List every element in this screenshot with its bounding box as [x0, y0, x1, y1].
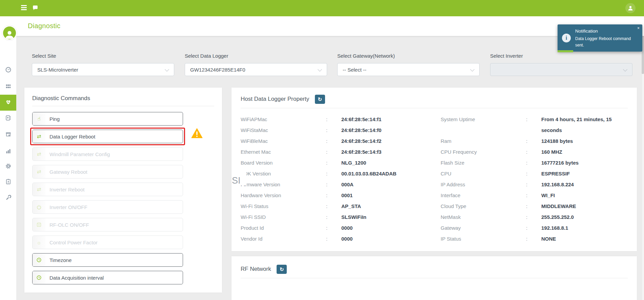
- diagnostic-commands-panel: Diagnostic Commands ☝ Ping⇄ Data Logger …: [24, 88, 222, 293]
- property-row-wi-fi-ssid: Wi-Fi SSID:SLSWiFiIn: [241, 212, 436, 223]
- sidebar-item-gauge[interactable]: [0, 62, 16, 78]
- command-timezone-button[interactable]: Timezone: [32, 253, 183, 267]
- select-site-dropdown[interactable]: SLS-MicroInverter: [32, 63, 174, 76]
- property-row-cpu: CPU:ESPRESSIF: [441, 168, 630, 179]
- property-value: 124188 bytes: [541, 136, 617, 147]
- separator: :: [526, 147, 541, 157]
- toast-progress-bar: [558, 50, 573, 52]
- property-value: NONE: [541, 233, 617, 244]
- property-value: 0000: [341, 233, 353, 244]
- refresh-host-button[interactable]: ↻: [315, 95, 325, 104]
- command-label: Windmill Parameter Config: [49, 151, 110, 157]
- separator: :: [326, 233, 341, 244]
- chevron-down-icon: [165, 67, 169, 72]
- command-data-logger-reboot-button[interactable]: ⇄ Data Logger Reboot: [32, 130, 183, 143]
- property-row-wifiblemac: WiFiBleMac:24:6f:28:5e:14:f2: [241, 136, 436, 147]
- notification-toast: i Notification Data Logger Reboot comman…: [558, 24, 642, 52]
- chevron-down-icon: [318, 67, 322, 72]
- separator: :: [526, 114, 541, 125]
- property-key: Board Version: [241, 157, 326, 168]
- menu-toggle-button[interactable]: [21, 5, 27, 11]
- property-value: NLG_1200: [341, 157, 366, 168]
- power-icon: [33, 201, 45, 213]
- sidebar-item-bar-chart[interactable]: [0, 144, 16, 160]
- property-key: NetMask: [441, 212, 526, 223]
- command-label: Ping: [49, 116, 60, 122]
- chevron-down-icon: [623, 67, 627, 72]
- sidebar-item-chip[interactable]: [0, 111, 16, 126]
- property-row-wi-fi-status: Wi-Fi Status:AP_STA: [241, 201, 436, 212]
- rf-network-panel: RF Network ↻: [232, 256, 637, 300]
- separator: :: [326, 201, 341, 212]
- command-ping-button[interactable]: ☝ Ping: [32, 112, 183, 126]
- property-key: Ethernet Mac: [241, 147, 326, 157]
- filter-label: Select Site: [32, 53, 56, 59]
- property-value: MIDDLEWARE: [541, 201, 617, 212]
- sidebar-item-store[interactable]: [0, 127, 16, 143]
- chat-icon[interactable]: [33, 5, 38, 11]
- command-label: Control Power Factor: [49, 240, 98, 245]
- property-value: From 4 hours, 21 minutes, 15 seconds: [541, 114, 617, 136]
- page-header: Diagnostic: [16, 16, 644, 36]
- command-label: Timezone: [49, 257, 72, 263]
- property-value: 000A: [341, 179, 354, 190]
- property-row-netmask: NetMask:255.255.252.0: [441, 212, 630, 223]
- heartbeat-icon: [5, 99, 12, 107]
- command-rf-olc-on-off-button: RF-OLC ON/OFF: [32, 218, 183, 231]
- property-value: 24:6f:28:5e:14:f2: [341, 136, 381, 147]
- property-key: WiFiAPMac: [241, 114, 326, 125]
- avatar[interactable]: [2, 25, 17, 41]
- toast-message: Data Logger Reboot command sent.: [575, 36, 638, 49]
- property-row-flash-size: Flash Size:16777216 bytes: [441, 157, 630, 168]
- property-key: CPU: [441, 168, 526, 179]
- selected-command-highlight: ⇄ Data Logger Reboot: [30, 128, 185, 145]
- store-icon: [5, 131, 12, 139]
- overlay-text: SI: [232, 176, 241, 185]
- property-value: 192.168.8.224: [541, 179, 617, 190]
- property-row-ip-status: IP Status:NONE: [441, 233, 630, 244]
- sidebar-item-id-badge[interactable]: [0, 174, 16, 190]
- filter-label: Select Data Logger: [185, 53, 228, 59]
- page-title: Diagnostic: [28, 22, 60, 30]
- sidebar-item-heartbeat[interactable]: [0, 95, 16, 111]
- separator: :: [526, 212, 541, 223]
- property-value: ESPRESSIF: [541, 168, 617, 179]
- property-value: 160 MHZ: [541, 147, 617, 157]
- property-value: 255.255.252.0: [541, 212, 617, 223]
- property-key: WiFiStaMac: [241, 125, 326, 136]
- select-data-logger-dropdown[interactable]: GW1234246F285E14F0: [185, 63, 327, 76]
- retweet-icon: ⇄: [33, 165, 45, 178]
- user-menu[interactable]: [625, 3, 636, 13]
- separator: :: [326, 223, 341, 233]
- gauge-icon: [5, 67, 12, 74]
- property-key: Wi-Fi Status: [241, 201, 326, 212]
- command-data-acquisition-interval-button[interactable]: Data Acquisition interval: [32, 271, 183, 284]
- property-value: WI_FI: [541, 190, 617, 201]
- refresh-rf-button[interactable]: ↻: [277, 265, 287, 274]
- hand-pointer-icon: ☝: [33, 112, 45, 125]
- property-key: Wi-Fi SSID: [241, 212, 326, 223]
- separator: :: [526, 136, 541, 147]
- sidebar-item-grid[interactable]: [0, 79, 16, 95]
- close-icon[interactable]: ×: [637, 26, 640, 31]
- separator: :: [326, 157, 341, 168]
- property-row-wifiapmac: WiFiAPMac:24:6f:28:5e:14:f1: [241, 114, 436, 125]
- sidebar-item-wrench[interactable]: [0, 190, 16, 206]
- separator: :: [526, 168, 541, 179]
- sidebar: [0, 16, 16, 300]
- separator: :: [326, 190, 341, 201]
- command-windmill-parameter-config-button: ⇄ Windmill Parameter Config: [32, 147, 183, 161]
- commands-panel-title: Diagnostic Commands: [32, 95, 90, 102]
- select-gateway-dropdown[interactable]: -- Select --: [337, 63, 480, 76]
- separator: :: [326, 179, 341, 190]
- info-icon: i: [562, 34, 571, 42]
- property-key: System Uptime: [441, 114, 526, 125]
- gear-icon: [5, 163, 12, 171]
- property-row-sdk-verstion: SDK Verstion:00.01.03.03.6B24ADAB: [241, 168, 436, 179]
- topbar: [0, 0, 644, 16]
- property-key: Hardware Version: [241, 190, 326, 201]
- sidebar-item-gear[interactable]: [0, 159, 16, 174]
- stray-overlay: SI: [232, 169, 246, 185]
- retweet-icon: ⇄: [33, 148, 45, 161]
- separator: :: [526, 190, 541, 201]
